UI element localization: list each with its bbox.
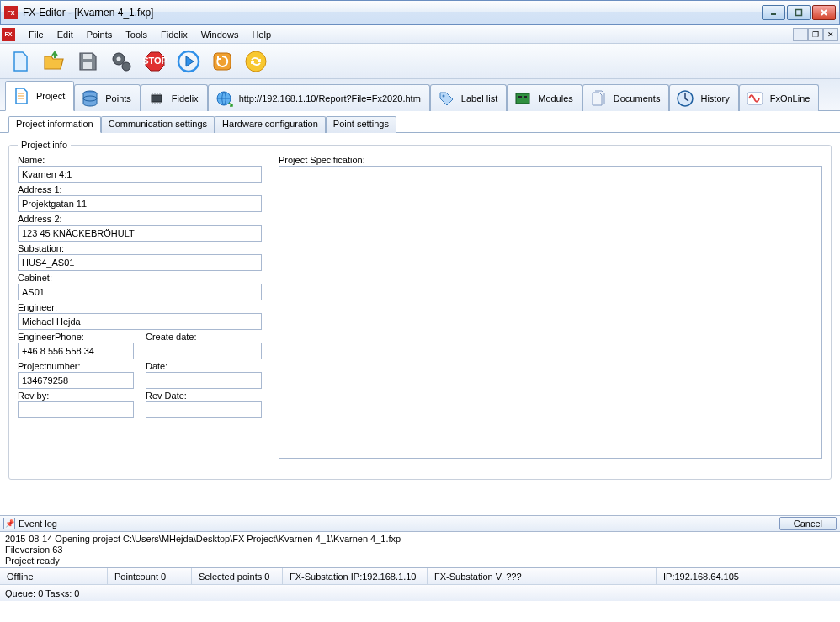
mdi-minimize-button[interactable]: –: [793, 28, 808, 41]
engineer-label: Engineer:: [18, 302, 262, 312]
tab-label: Fidelix: [172, 93, 199, 104]
status-subv: FX-Substation V. ???: [428, 568, 657, 584]
tab-url[interactable]: http://192.168.1.10/Report?File=Fx2020.h…: [208, 84, 430, 111]
window-title: FX-Editor - [Kvarnen 4_1.fxp]: [23, 7, 762, 19]
menu-edit[interactable]: Edit: [51, 27, 80, 42]
tab-fidelix[interactable]: Fidelix: [141, 84, 208, 111]
subtab-comm-settings[interactable]: Communication settings: [101, 116, 215, 133]
sub-tabs: Project information Communication settin…: [0, 114, 840, 133]
projectnumber-input[interactable]: [18, 372, 134, 389]
svg-rect-29: [516, 93, 529, 104]
svg-rect-4: [83, 54, 92, 59]
name-label: Name:: [18, 155, 262, 165]
address2-input[interactable]: [18, 225, 262, 242]
tab-history[interactable]: History: [669, 84, 738, 111]
status-bar: Offline Pointcount 0 Selected points 0 F…: [0, 567, 840, 584]
tab-documents[interactable]: Documents: [582, 84, 670, 111]
menu-windows[interactable]: Windows: [194, 27, 246, 42]
cabinet-label: Cabinet:: [18, 273, 262, 283]
tab-label: Points: [105, 93, 131, 104]
open-button[interactable]: [40, 48, 67, 75]
createdate-input[interactable]: [146, 343, 262, 359]
mdi-close-button[interactable]: ✕: [823, 28, 838, 41]
name-input[interactable]: [18, 166, 262, 183]
svg-point-8: [122, 62, 130, 71]
tab-points[interactable]: Points: [74, 84, 141, 111]
tab-fxonline[interactable]: FxOnLine: [739, 84, 820, 111]
address2-label: Address 2:: [18, 214, 262, 224]
wave-icon: [745, 88, 765, 109]
address1-input[interactable]: [18, 195, 262, 212]
board-icon: [513, 88, 533, 109]
status-queue: Queue: 0 Tasks: 0: [5, 588, 79, 598]
svg-point-7: [117, 56, 121, 61]
menu-fidelix[interactable]: Fidelix: [154, 27, 194, 42]
tab-label: Documents: [614, 93, 661, 104]
status-subip: FX-Substation IP:192.168.1.10: [283, 568, 428, 584]
play-button[interactable]: [175, 48, 202, 75]
minimize-button[interactable]: [762, 5, 785, 20]
svg-rect-18: [152, 95, 162, 102]
status-offline: Offline: [0, 568, 108, 584]
cabinet-input[interactable]: [18, 284, 262, 300]
menu-file[interactable]: File: [22, 27, 51, 42]
tab-label: http://192.168.1.10/Report?File=Fx2020.h…: [239, 93, 421, 104]
tab-modules[interactable]: Modules: [507, 84, 582, 111]
close-button[interactable]: [812, 5, 836, 20]
subtab-hardware-config[interactable]: Hardware configuration: [215, 116, 326, 133]
log-line: Project ready: [5, 556, 835, 566]
menu-points[interactable]: Points: [80, 27, 120, 42]
documents-icon: [588, 88, 609, 109]
eventlog-body: 2015-08-14 Opening project C:\Users\MHej…: [0, 532, 840, 567]
revby-label: Rev by:: [18, 391, 134, 401]
app-icon-small: FX: [2, 28, 15, 41]
tab-label: Project: [36, 91, 65, 101]
new-button[interactable]: [7, 48, 34, 75]
database-icon: [80, 88, 100, 109]
svg-rect-5: [83, 62, 92, 69]
maximize-button[interactable]: [787, 5, 811, 20]
reload-button[interactable]: [209, 48, 236, 75]
globe-icon: [214, 88, 234, 109]
eventlog-header: 📌 Event log Cancel: [0, 515, 840, 532]
content-area: Project info Name: Address 1: Address 2:…: [0, 133, 840, 515]
tab-project[interactable]: Project: [5, 81, 74, 111]
mdi-restore-button[interactable]: ❐: [808, 28, 823, 41]
svg-rect-31: [524, 96, 527, 98]
cancel-button[interactable]: Cancel: [779, 517, 837, 530]
main-tabs: Project Points Fidelix http://192.168.1.…: [0, 79, 840, 111]
tag-icon: [436, 88, 456, 109]
document-icon: [11, 86, 31, 106]
engineer-input[interactable]: [18, 313, 262, 330]
revdate-input[interactable]: [146, 401, 262, 418]
status-bar-2: Queue: 0 Tasks: 0: [0, 584, 840, 601]
revdate-label: Rev Date:: [146, 391, 262, 401]
settings-button[interactable]: [108, 48, 135, 75]
projectnumber-label: Projectnumber:: [18, 361, 134, 371]
date-input[interactable]: [146, 372, 262, 389]
engineerphone-label: EngineerPhone:: [18, 332, 134, 342]
sync-button[interactable]: [242, 48, 269, 75]
chip-icon: [146, 88, 167, 109]
projectspec-input[interactable]: [279, 166, 822, 459]
project-info-fieldset: Project info Name: Address 1: Address 2:…: [8, 140, 832, 480]
svg-text:STOP: STOP: [143, 56, 167, 66]
tab-labellist[interactable]: Label list: [430, 84, 507, 111]
stop-button[interactable]: STOP: [141, 48, 168, 75]
createdate-label: Create date:: [146, 332, 262, 342]
projectspec-label: Project Specification:: [279, 155, 822, 165]
status-pointcount: Pointcount 0: [108, 568, 192, 584]
subtab-point-settings[interactable]: Point settings: [326, 116, 396, 133]
tab-label: FxOnLine: [770, 93, 811, 104]
pin-icon[interactable]: 📌: [3, 518, 15, 529]
status-selected: Selected points 0: [192, 568, 283, 584]
substation-input[interactable]: [18, 254, 262, 271]
save-button[interactable]: [74, 48, 101, 75]
menu-tools[interactable]: Tools: [119, 27, 154, 42]
menu-help[interactable]: Help: [245, 27, 278, 42]
subtab-project-info[interactable]: Project information: [8, 116, 101, 133]
engineerphone-input[interactable]: [18, 343, 134, 359]
svg-point-12: [246, 51, 266, 72]
tab-label: History: [700, 93, 729, 104]
revby-input[interactable]: [18, 401, 134, 418]
